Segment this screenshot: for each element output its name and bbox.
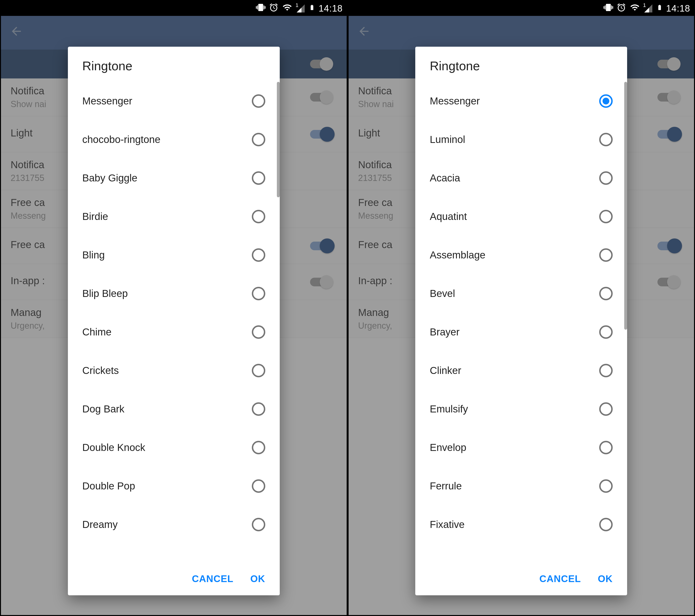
ringtone-option[interactable]: Baby Giggle [82,159,265,197]
radio-icon[interactable] [599,210,613,223]
cancel-button[interactable]: CANCEL [540,574,581,584]
ringtone-dialog: Ringtone Messenger Luminol Acacia Aquati… [415,47,627,595]
vibrate-icon [256,3,266,14]
ringtone-option[interactable]: Ferrule [430,467,613,505]
radio-icon[interactable] [599,94,613,108]
radio-icon[interactable] [252,325,265,339]
radio-icon[interactable] [252,364,265,377]
radio-icon[interactable] [252,248,265,262]
status-bar: 1 14:18 [349,1,694,16]
dialog-actions: CANCEL OK [68,566,280,595]
radio-icon[interactable] [252,171,265,185]
ringtone-option[interactable]: Aquatint [430,197,613,236]
radio-icon[interactable] [252,441,265,454]
status-clock: 14:18 [666,3,690,14]
ringtone-option[interactable]: Messenger [430,82,613,120]
radio-icon[interactable] [599,287,613,300]
radio-icon[interactable] [599,171,613,185]
ringtone-option[interactable]: Dreamy [82,505,265,544]
radio-icon[interactable] [599,518,613,531]
ringtone-option[interactable]: Messenger [82,82,265,120]
ringtone-option[interactable]: Bevel [430,274,613,313]
radio-icon[interactable] [252,287,265,300]
signal-sim-label: 1 [643,2,646,8]
wifi-icon [282,3,292,14]
ringtone-option-list[interactable]: Messenger Luminol Acacia Aquatint Assemb… [415,82,627,566]
radio-icon[interactable] [599,133,613,146]
radio-icon[interactable] [599,479,613,493]
alarm-icon [269,3,278,14]
ringtone-option[interactable]: chocobo-ringtone [82,120,265,159]
status-bar: 1 14:18 [1,1,347,16]
dialog-title: Ringtone [68,47,280,82]
alarm-icon [616,3,626,14]
radio-icon[interactable] [252,402,265,416]
radio-icon[interactable] [599,248,613,262]
cancel-button[interactable]: CANCEL [192,574,234,584]
ringtone-dialog: Ringtone Messenger chocobo-ringtone Baby… [68,47,280,595]
ringtone-option[interactable]: Brayer [430,313,613,351]
phone-screen-left: 1 14:18 NotificaShow nai Light Notifica2… [0,0,348,616]
vibrate-icon [604,3,613,14]
scrollbar-thumb[interactable] [277,82,280,197]
ringtone-option-list[interactable]: Messenger chocobo-ringtone Baby Giggle B… [68,82,280,566]
ringtone-option[interactable]: Dog Bark [82,390,265,428]
signal-icon: 1 [296,4,305,13]
ringtone-option[interactable]: Envelop [430,428,613,467]
ringtone-option[interactable]: Blip Bleep [82,274,265,313]
battery-icon [309,3,315,14]
radio-icon[interactable] [599,325,613,339]
dialog-title: Ringtone [415,47,627,82]
radio-icon[interactable] [252,133,265,146]
radio-icon[interactable] [252,94,265,108]
ringtone-option[interactable]: Luminol [430,120,613,159]
ringtone-option[interactable]: Double Knock [82,428,265,467]
scrollbar-thumb[interactable] [624,82,627,330]
status-clock: 14:18 [319,3,342,14]
signal-sim-label: 1 [295,2,298,8]
signal-icon: 1 [643,4,653,13]
ringtone-option[interactable]: Clinker [430,351,613,390]
ringtone-option[interactable]: Assemblage [430,236,613,274]
ringtone-option[interactable]: Bling [82,236,265,274]
battery-icon [657,3,663,14]
radio-icon[interactable] [252,518,265,531]
radio-icon[interactable] [599,364,613,377]
ringtone-option[interactable]: Emulsify [430,390,613,428]
wifi-icon [629,3,640,14]
status-icons: 1 [604,3,663,14]
radio-icon[interactable] [252,479,265,493]
ok-button[interactable]: OK [250,574,265,584]
ringtone-option[interactable]: Double Pop [82,467,265,505]
ringtone-option[interactable]: Chime [82,313,265,351]
ringtone-option[interactable]: Birdie [82,197,265,236]
phone-screen-right: 1 14:18 NotificaShow nai Light Notifica2… [348,0,695,616]
ringtone-option[interactable]: Crickets [82,351,265,390]
status-icons: 1 [256,3,315,14]
ok-button[interactable]: OK [598,574,613,584]
ringtone-option[interactable]: Fixative [430,505,613,544]
dialog-actions: CANCEL OK [415,566,627,595]
radio-icon[interactable] [599,402,613,416]
radio-icon[interactable] [599,441,613,454]
ringtone-option[interactable]: Acacia [430,159,613,197]
radio-icon[interactable] [252,210,265,223]
